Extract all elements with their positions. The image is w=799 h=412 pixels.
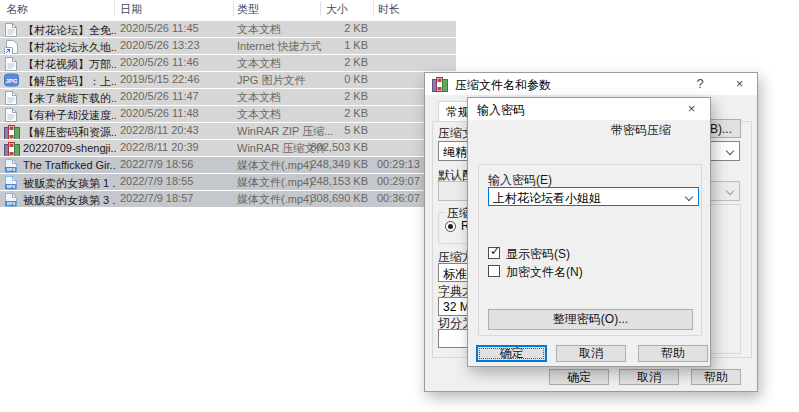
file-size: 248,349 KB bbox=[300, 158, 368, 170]
file-row[interactable]: MP4 被贩卖的女孩第 1 ... 2022/7/9 18:55 媒体文件(.m… bbox=[0, 174, 456, 190]
file-row[interactable]: 【村花论坛】全免... 2020/5/26 11:45 文本文档 2 KB bbox=[0, 21, 456, 37]
checkbox-icon: ✓ bbox=[488, 265, 500, 277]
svg-text:MP4: MP4 bbox=[7, 201, 16, 206]
file-row[interactable]: 【来了就能下载的... 2020/5/26 11:47 文本文档 2 KB bbox=[0, 89, 456, 105]
archive-help-button[interactable]: 帮助 bbox=[691, 369, 741, 385]
file-name: 20220709-shengji... bbox=[23, 142, 116, 154]
svg-text:MP4: MP4 bbox=[7, 184, 16, 189]
chevron-down-icon[interactable] bbox=[726, 147, 734, 155]
jpg-file-icon: JPG bbox=[4, 73, 20, 88]
checkbox-icon: ✓ bbox=[488, 247, 500, 259]
winrar-icon bbox=[4, 124, 20, 139]
radio-on-icon bbox=[445, 221, 456, 232]
text-file-icon bbox=[4, 107, 20, 122]
winrar-icon bbox=[4, 141, 20, 156]
svg-text:MP4: MP4 bbox=[7, 167, 16, 172]
file-name: 【来了就能下载的... bbox=[23, 91, 116, 105]
file-list-body: 【村花论坛】全免... 2020/5/26 11:45 文本文档 2 KB 【村… bbox=[0, 21, 456, 208]
password-dialog-title: 输入密码 bbox=[477, 102, 525, 119]
file-row[interactable]: 【村花论坛永久地... 2020/5/26 13:23 Internet 快捷方… bbox=[0, 38, 456, 54]
show-password-label: 显示密码(S) bbox=[506, 246, 570, 263]
text-file-icon bbox=[4, 56, 20, 71]
file-date: 2022/8/11 20:39 bbox=[120, 141, 232, 153]
file-row[interactable]: JPG 【解压密码】：上... 2019/5/15 22:46 JPG 图片文件… bbox=[0, 72, 456, 88]
close-icon[interactable]: × bbox=[673, 98, 710, 119]
password-context-text: 带密码压缩 bbox=[611, 122, 671, 139]
file-size: 2 KB bbox=[300, 107, 368, 119]
file-name: 【有种子却没速度... bbox=[23, 108, 116, 122]
dialog-help-button[interactable]: ? bbox=[683, 73, 717, 94]
file-name: 【村花视频】万部... bbox=[23, 57, 116, 71]
file-size: 248,153 KB bbox=[300, 175, 368, 187]
file-row[interactable]: 20220709-shengji... 2022/8/11 20:39 WinR… bbox=[0, 140, 456, 156]
file-date: 2022/7/9 18:57 bbox=[120, 192, 232, 204]
password-cancel-button[interactable]: 取消 bbox=[556, 345, 626, 362]
file-size: 0 KB bbox=[300, 73, 368, 85]
svg-text:JPG: JPG bbox=[5, 78, 17, 84]
file-size: 2 KB bbox=[300, 90, 368, 102]
column-separator[interactable] bbox=[320, 1, 321, 16]
password-value: 上村花论坛看小姐姐 bbox=[493, 190, 601, 207]
column-separator[interactable] bbox=[114, 1, 115, 16]
file-name: 【解压密码和资源... bbox=[23, 125, 116, 139]
file-date: 2020/5/26 11:46 bbox=[120, 56, 232, 68]
file-size: 802,503 KB bbox=[300, 141, 368, 153]
internet-shortcut-icon bbox=[4, 39, 20, 54]
file-date: 2020/5/26 13:23 bbox=[120, 39, 232, 51]
file-size: 308,690 KB bbox=[300, 192, 368, 204]
archive-ok-button[interactable]: 确定 bbox=[549, 369, 609, 385]
file-date: 2020/5/26 11:47 bbox=[120, 90, 232, 102]
file-size: 1 KB bbox=[300, 39, 368, 51]
file-row[interactable]: 【解压密码和资源... 2022/8/11 20:43 WinRAR ZIP 压… bbox=[0, 123, 456, 139]
file-list-header: 名称 日期 类型 大小 时长 bbox=[0, 0, 456, 17]
file-name: 【村花论坛】全免... bbox=[23, 23, 116, 37]
file-size: 5 KB bbox=[300, 124, 368, 136]
file-name: 被贩卖的女孩第 1 ... bbox=[23, 176, 116, 190]
archive-dialog-titlebar[interactable]: 压缩文件名和参数 ? × bbox=[425, 73, 757, 95]
column-header-type[interactable]: 类型 bbox=[237, 2, 259, 17]
file-name: The Trafficked Gir... bbox=[23, 159, 116, 171]
winrar-icon bbox=[432, 76, 448, 92]
column-header-size[interactable]: 大小 bbox=[326, 2, 348, 17]
password-dialog: 输入密码 × 带密码压缩 输入密码(E) 上村花论坛看小姐姐 ✓ 显示密码(S)… bbox=[467, 97, 711, 367]
text-file-icon bbox=[4, 22, 20, 37]
archive-dialog-title: 压缩文件名和参数 bbox=[455, 77, 551, 94]
file-name: 【解压密码】：上... bbox=[23, 74, 116, 88]
file-row[interactable]: MP4 被贩卖的女孩第 3 ... 2022/7/9 18:57 媒体文件(.m… bbox=[0, 191, 456, 207]
file-row[interactable]: 【有种子却没速度... 2020/5/26 11:48 文本文档 2 KB bbox=[0, 106, 456, 122]
encrypt-filenames-label: 加密文件名(N) bbox=[506, 264, 583, 281]
file-name: 被贩卖的女孩第 3 ... bbox=[23, 193, 116, 207]
file-date: 2020/5/26 11:45 bbox=[120, 22, 232, 34]
file-size: 2 KB bbox=[300, 56, 368, 68]
text-file-icon bbox=[4, 90, 20, 105]
file-date: 2022/7/9 18:56 bbox=[120, 158, 232, 170]
desktop-screenshot: 名称 日期 类型 大小 时长 【村花论坛】全免... 2020/5/26 11:… bbox=[0, 0, 799, 412]
password-ok-button[interactable]: 确定 bbox=[476, 345, 547, 362]
organize-passwords-button[interactable]: 整理密码(O)... bbox=[488, 309, 693, 330]
mp4-file-icon: MP4 bbox=[4, 158, 20, 173]
column-header-date[interactable]: 日期 bbox=[120, 2, 142, 17]
file-row[interactable]: MP4 The Trafficked Gir... 2022/7/9 18:56… bbox=[0, 157, 456, 173]
password-help-button[interactable]: 帮助 bbox=[638, 345, 708, 362]
column-header-name[interactable]: 名称 bbox=[6, 2, 28, 17]
password-combobox[interactable]: 上村花论坛看小姐姐 bbox=[488, 187, 699, 206]
file-date: 2022/7/9 18:55 bbox=[120, 175, 232, 187]
mp4-file-icon: MP4 bbox=[4, 192, 20, 207]
file-date: 2020/5/26 11:48 bbox=[120, 107, 232, 119]
column-header-duration[interactable]: 时长 bbox=[378, 2, 400, 17]
column-separator[interactable] bbox=[233, 1, 234, 16]
chevron-down-icon bbox=[726, 187, 734, 195]
file-name: 【村花论坛永久地... bbox=[23, 40, 116, 54]
file-date: 2019/5/15 22:46 bbox=[120, 73, 232, 85]
column-separator[interactable] bbox=[373, 1, 374, 16]
file-row[interactable]: 【村花视频】万部... 2020/5/26 11:46 文本文档 2 KB bbox=[0, 55, 456, 71]
close-icon[interactable]: × bbox=[721, 73, 758, 94]
archive-cancel-button[interactable]: 取消 bbox=[619, 369, 679, 385]
file-date: 2022/8/11 20:43 bbox=[120, 124, 232, 136]
compression-method-value: 标准 bbox=[443, 266, 467, 283]
mp4-file-icon: MP4 bbox=[4, 175, 20, 190]
chevron-down-icon[interactable] bbox=[685, 193, 693, 201]
file-size: 2 KB bbox=[300, 22, 368, 34]
password-dialog-titlebar[interactable]: 输入密码 × bbox=[468, 98, 710, 120]
